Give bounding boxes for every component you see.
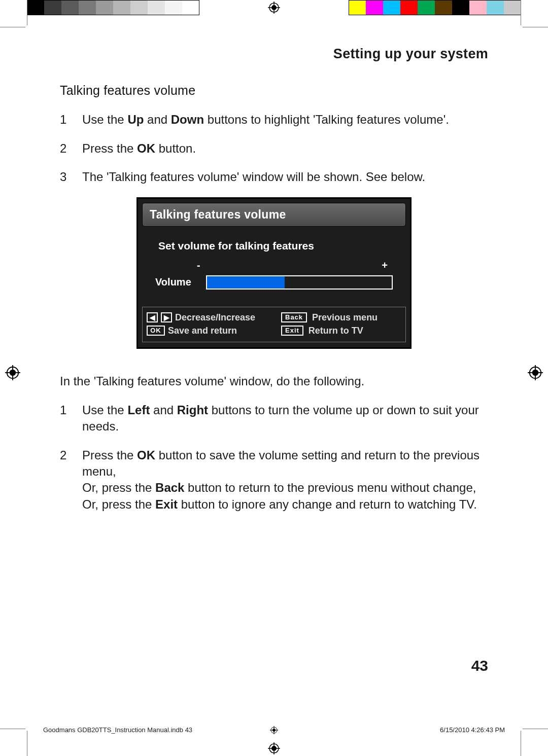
registration-mark-icon bbox=[528, 365, 543, 380]
exit-key-icon: Exit bbox=[281, 326, 303, 336]
crop-mark bbox=[521, 0, 521, 25]
color-swatch bbox=[469, 0, 487, 15]
osd-back-label: Previous menu bbox=[312, 311, 378, 323]
ok-key-icon: OK bbox=[147, 326, 165, 336]
color-swatch bbox=[383, 0, 400, 15]
osd-ok-label: Save and return bbox=[168, 325, 237, 337]
registration-mark-icon bbox=[268, 742, 280, 754]
color-swatch bbox=[418, 0, 435, 15]
osd-plus-label: + bbox=[382, 259, 388, 272]
page-number: 43 bbox=[471, 656, 488, 676]
paragraph: In the 'Talking features volume' window,… bbox=[60, 373, 488, 389]
color-swatch bbox=[130, 0, 148, 15]
osd-title: Talking features volume bbox=[142, 203, 406, 227]
color-swatch bbox=[349, 0, 366, 15]
arrow-right-icon: ▶ bbox=[161, 312, 172, 322]
color-swatch bbox=[27, 0, 44, 15]
osd-subtitle: Set volume for talking features bbox=[158, 239, 403, 253]
color-swatch bbox=[366, 0, 383, 15]
list-item: 1Use the Left and Right buttons to turn … bbox=[60, 402, 488, 435]
osd-minus-label: - bbox=[197, 259, 200, 272]
back-key-icon: Back bbox=[281, 312, 307, 322]
color-swatch bbox=[504, 0, 521, 15]
color-swatch bbox=[435, 0, 452, 15]
crop-mark bbox=[27, 0, 27, 25]
crop-mark bbox=[0, 729, 25, 729]
color-swatch bbox=[44, 0, 61, 15]
color-swatch bbox=[400, 0, 418, 15]
footer-right: 6/15/2010 4:26:43 PM bbox=[440, 726, 505, 734]
osd-exit-label: Return to TV bbox=[309, 325, 363, 337]
list-item: 2Press the OK button to save the volume … bbox=[60, 447, 488, 513]
color-bar-right bbox=[349, 0, 521, 15]
list-item: 2Press the OK button. bbox=[60, 140, 488, 157]
crop-mark bbox=[523, 27, 548, 27]
registration-mark-icon bbox=[269, 726, 279, 735]
registration-mark-icon bbox=[5, 365, 20, 380]
arrow-left-icon: ◀ bbox=[147, 312, 158, 322]
color-swatch bbox=[79, 0, 96, 15]
steps-list-1: 1Use the Up and Down buttons to highligh… bbox=[60, 112, 488, 185]
crop-mark bbox=[523, 729, 548, 729]
color-swatch bbox=[165, 0, 182, 15]
print-footer: Goodmans GDB20TTS_Instruction Manual.ind… bbox=[43, 726, 505, 734]
osd-arrows-label: Decrease/Increase bbox=[175, 311, 255, 323]
color-swatch bbox=[452, 0, 469, 15]
color-swatch bbox=[487, 0, 504, 15]
registration-mark-icon bbox=[268, 2, 280, 14]
osd-volume-label: Volume bbox=[155, 275, 200, 289]
steps-list-2: 1Use the Left and Right buttons to turn … bbox=[60, 402, 488, 513]
color-swatch bbox=[61, 0, 79, 15]
list-item: 1Use the Up and Down buttons to highligh… bbox=[60, 112, 488, 128]
osd-window: Talking features volume Set volume for t… bbox=[136, 197, 412, 349]
color-swatch bbox=[113, 0, 130, 15]
crop-mark bbox=[521, 731, 521, 756]
page-header: Setting up your system bbox=[60, 45, 488, 63]
footer-left: Goodmans GDB20TTS_Instruction Manual.ind… bbox=[43, 726, 192, 734]
list-item: 3The 'Talking features volume' window wi… bbox=[60, 169, 488, 185]
color-swatch bbox=[182, 0, 199, 15]
color-bar-left bbox=[27, 0, 199, 15]
section-subheading: Talking features volume bbox=[60, 82, 488, 99]
crop-mark bbox=[27, 731, 27, 756]
crop-mark bbox=[0, 27, 25, 27]
color-swatch bbox=[96, 0, 113, 15]
osd-footer: ◀ ▶ Decrease/Increase Back Previous menu… bbox=[142, 307, 406, 343]
osd-volume-slider[interactable] bbox=[206, 275, 393, 290]
color-swatch bbox=[148, 0, 165, 15]
